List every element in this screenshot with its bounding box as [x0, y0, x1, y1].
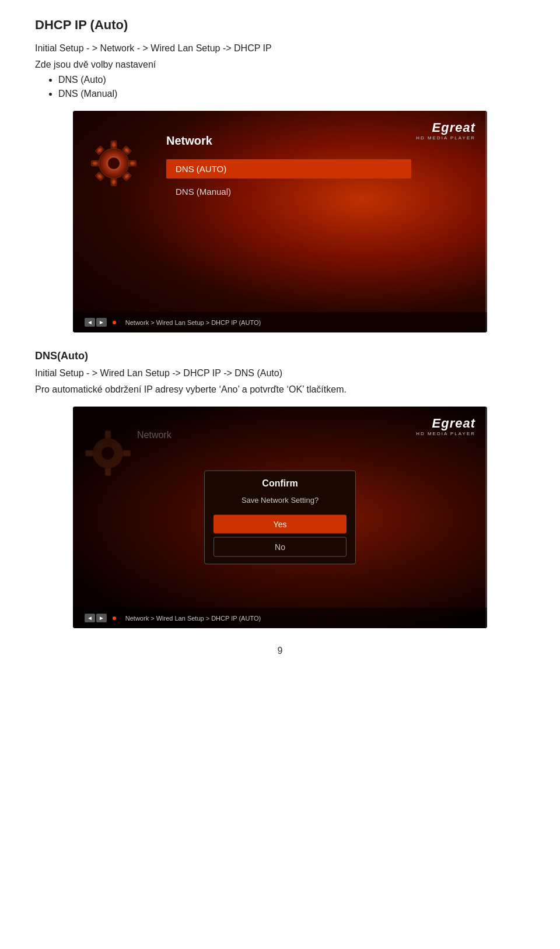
menu-item-dns-auto[interactable]: DNS (AUTO) — [166, 159, 411, 178]
options-list: DNS (Auto) DNS (Manual) — [58, 75, 525, 99]
logo-sub-1: HD MEDIA PLAYER — [416, 135, 475, 141]
screen-divider-1 — [485, 111, 487, 332]
confirm-title: Confirm — [205, 471, 355, 493]
screen1-menu-title: Network — [166, 134, 411, 148]
egreat-logo-2: Egreat HD MEDIA PLAYER — [416, 416, 475, 436]
section2-breadcrumb: Initial Setup - > Wired Lan Setup -> DHC… — [35, 368, 525, 379]
menu-item-dns-manual[interactable]: DNS (Manual) — [166, 182, 411, 201]
svg-rect-14 — [123, 450, 131, 456]
menu-content-1: Network DNS (AUTO) DNS (Manual) — [166, 134, 411, 205]
bottom-nav-1: ◄ ► Network > Wired Lan Setup > DHCP IP … — [73, 312, 487, 332]
right-arrow-icon-2: ► — [96, 614, 107, 622]
bottom-nav-2: ◄ ► Network > Wired Lan Setup > DHCP IP … — [73, 608, 487, 628]
screenshot-1: Egreat HD MEDIA PLAYER — [73, 111, 487, 332]
screenshot-2: Egreat HD MEDIA PLAYER Network Confi — [73, 407, 487, 628]
svg-point-16 — [102, 447, 114, 460]
svg-rect-1 — [111, 178, 117, 186]
no-button[interactable]: No — [214, 537, 346, 557]
page-number: 9 — [35, 646, 525, 656]
left-arrow-icon: ◄ — [85, 318, 95, 327]
svg-rect-11 — [105, 431, 111, 439]
nav-arrows-2: ◄ ► — [85, 614, 107, 622]
nav-arrows-1: ◄ ► — [85, 318, 107, 327]
svg-rect-3 — [129, 160, 136, 166]
logo-text-1: Egreat — [416, 120, 475, 135]
right-arrow-icon: ► — [96, 318, 107, 327]
section2-heading: DNS(Auto) — [35, 350, 525, 362]
gear-icon-1 — [90, 140, 137, 189]
svg-rect-0 — [111, 141, 117, 149]
confirm-dialog: Confirm Save Network Setting? Yes No — [204, 471, 356, 565]
svg-rect-2 — [92, 160, 99, 166]
logo-text-2: Egreat — [416, 416, 475, 431]
option-dns-auto: DNS (Auto) — [58, 75, 525, 85]
nav-dot-1 — [113, 321, 116, 324]
nav-dot-2 — [113, 617, 116, 620]
svg-rect-12 — [105, 468, 111, 476]
svg-rect-13 — [86, 450, 93, 456]
screen-divider-2 — [485, 407, 487, 628]
gear-icon-2 — [85, 430, 131, 479]
logo-sub-2: HD MEDIA PLAYER — [416, 431, 475, 436]
nav-path-2: Network > Wired Lan Setup > DHCP IP (AUT… — [125, 615, 261, 622]
option-dns-manual: DNS (Manual) — [58, 89, 525, 99]
yes-button[interactable]: Yes — [214, 515, 346, 534]
description-text: Zde jsou dvě volby nastavení — [35, 59, 525, 70]
nav-path-1: Network > Wired Lan Setup > DHCP IP (AUT… — [125, 319, 261, 326]
egreat-logo-1: Egreat HD MEDIA PLAYER — [416, 120, 475, 141]
bg-menu-title: Network — [137, 430, 172, 440]
breadcrumb-1: Initial Setup - > Network - > Wired Lan … — [35, 43, 525, 54]
page-title: DHCP IP (Auto) — [35, 17, 525, 33]
section2-description: Pro automatické obdržení IP adresy vyber… — [35, 384, 525, 395]
confirm-message: Save Network Setting? — [205, 493, 355, 512]
left-arrow-icon-2: ◄ — [85, 614, 95, 622]
